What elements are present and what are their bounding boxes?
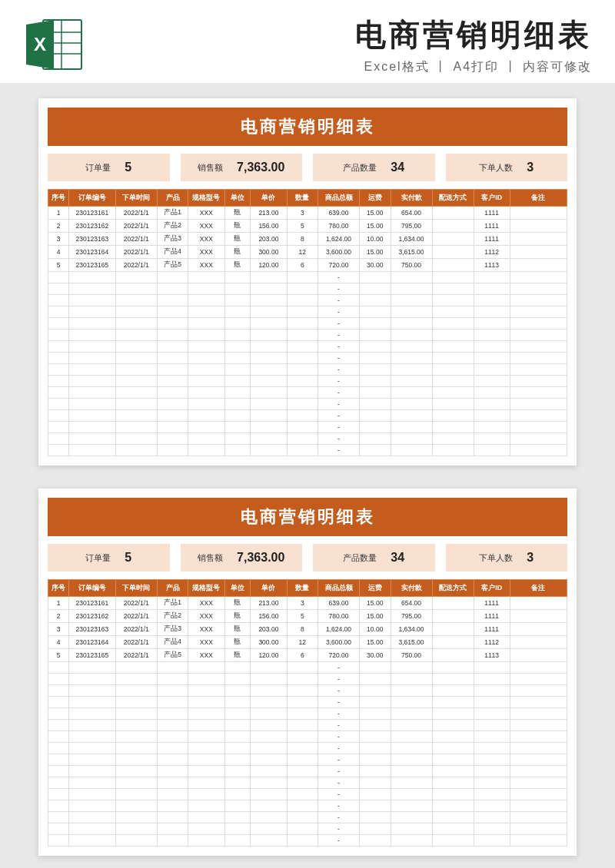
table-cell: 3 (48, 623, 69, 636)
table-cell (251, 353, 287, 364)
table-cell (360, 743, 391, 754)
table-cell (510, 789, 567, 800)
table-cell: 203.00 (251, 623, 287, 636)
table-cell (510, 743, 567, 754)
table-cell: 产品2 (157, 610, 188, 623)
table-cell (287, 754, 318, 766)
table-cell (287, 295, 318, 306)
table-cell: - (318, 835, 360, 846)
table-cell (432, 662, 474, 674)
table-cell (224, 353, 251, 364)
table-cell: 2022/1/1 (115, 610, 157, 623)
table-cell (391, 812, 432, 823)
table-cell (115, 812, 157, 823)
table-cell (391, 433, 432, 445)
table-row-empty: - (48, 376, 567, 387)
table-cell (48, 399, 69, 410)
table-cell: XXX (188, 207, 224, 220)
table-cell (432, 376, 474, 387)
table-cell (157, 674, 188, 685)
table-cell: 230123165 (69, 259, 116, 272)
table-cell (115, 789, 157, 800)
table-row-empty: - (48, 812, 567, 823)
table-row-empty: - (48, 789, 567, 800)
table-cell (432, 649, 474, 662)
table-cell (432, 766, 474, 777)
table-cell (287, 376, 318, 387)
table-cell (115, 662, 157, 674)
table-cell (287, 685, 318, 697)
table-cell (157, 433, 188, 445)
table-cell: 2 (48, 610, 69, 623)
sheet-preview-1: 电商营销明细表订单量5销售额7,363.00产品数量34下单人数3序号订单编号下… (38, 98, 577, 465)
kpi-box: 产品数量34 (313, 154, 435, 181)
table-cell (360, 445, 391, 456)
table-cell (69, 399, 116, 410)
table-cell (188, 318, 224, 330)
kpi-value: 5 (125, 551, 131, 565)
table-cell (510, 207, 567, 220)
column-header: 数量 (287, 580, 318, 597)
table-cell (115, 835, 157, 846)
table-cell (391, 364, 432, 376)
table-cell (69, 295, 116, 306)
table-cell (48, 777, 69, 789)
table-cell (474, 697, 510, 708)
table-cell (287, 433, 318, 445)
table-cell (115, 708, 157, 720)
table-cell (360, 800, 391, 812)
table-cell (432, 220, 474, 233)
table-cell (474, 731, 510, 743)
table-cell (251, 731, 287, 743)
table-cell: - (318, 685, 360, 697)
table-cell (69, 674, 116, 685)
table-cell (510, 662, 567, 674)
table-row-empty: - (48, 777, 567, 789)
table-cell (287, 662, 318, 674)
table-row-empty: - (48, 341, 567, 353)
table-cell: - (318, 410, 360, 422)
kpi-label: 销售额 (198, 552, 223, 564)
table-cell: XXX (188, 623, 224, 636)
table-cell: 1112 (474, 636, 510, 649)
table-cell (69, 353, 116, 364)
column-header: 备注 (510, 580, 567, 597)
table-cell (391, 743, 432, 754)
table-cell (69, 789, 116, 800)
table-row-empty: - (48, 318, 567, 330)
table-cell: - (318, 766, 360, 777)
table-cell (510, 766, 567, 777)
table-cell: 639.00 (318, 207, 360, 220)
table-cell (224, 777, 251, 789)
table-cell (48, 674, 69, 685)
table-cell (224, 685, 251, 697)
table-row: 32301231632022/1/1产品3XXX瓶203.0081,624.00… (48, 233, 567, 246)
table-cell (69, 685, 116, 697)
table-cell (391, 685, 432, 697)
table-cell (510, 610, 567, 623)
table-cell (115, 445, 157, 456)
table-cell: 瓶 (224, 233, 251, 246)
table-cell (510, 674, 567, 685)
table-cell (510, 330, 567, 341)
table-cell (69, 697, 116, 708)
table-cell: 5 (287, 220, 318, 233)
table-cell (157, 283, 188, 295)
page-area: 电商营销明细表订单量5销售额7,363.00产品数量34下单人数3序号订单编号下… (0, 83, 615, 868)
table-row-empty: - (48, 754, 567, 766)
table-cell (432, 353, 474, 364)
table-cell (391, 835, 432, 846)
table-cell (287, 272, 318, 283)
table-row: 22301231622022/1/1产品2XXX瓶156.005780.0015… (48, 220, 567, 233)
table-cell (251, 410, 287, 422)
table-row: 12301231612022/1/1产品1XXX瓶213.003639.0015… (48, 597, 567, 610)
table-cell (510, 697, 567, 708)
table-cell (391, 330, 432, 341)
table-cell (287, 318, 318, 330)
table-cell (69, 800, 116, 812)
table-cell (48, 283, 69, 295)
column-header: 单位 (224, 190, 251, 207)
table-cell (115, 341, 157, 353)
table-cell (510, 597, 567, 610)
table-cell (157, 330, 188, 341)
